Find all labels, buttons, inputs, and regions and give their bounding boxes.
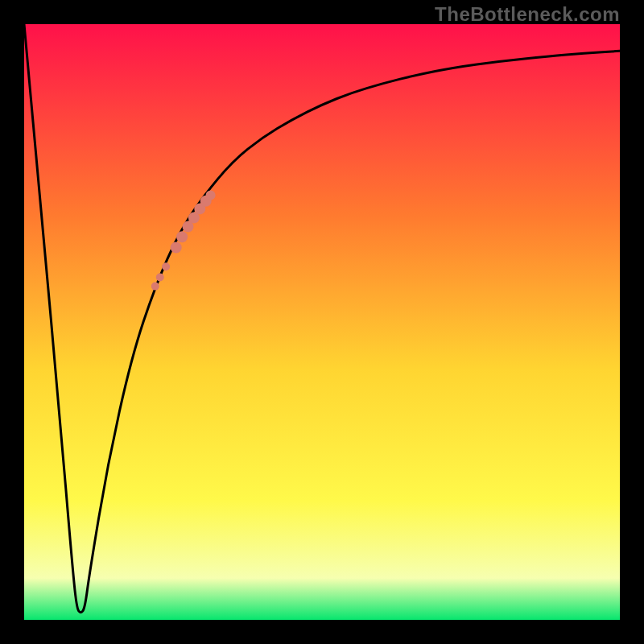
bottleneck-chart [24, 24, 620, 620]
gradient-background [24, 24, 620, 620]
curve-marker [171, 242, 182, 254]
chart-frame: TheBottleneck.com [0, 0, 644, 644]
plot-area [24, 24, 620, 620]
curve-marker [176, 231, 188, 242]
curve-marker [156, 274, 164, 282]
curve-marker [151, 283, 159, 291]
curve-marker [206, 190, 216, 200]
watermark-text: TheBottleneck.com [435, 3, 620, 26]
curve-marker [162, 262, 170, 270]
